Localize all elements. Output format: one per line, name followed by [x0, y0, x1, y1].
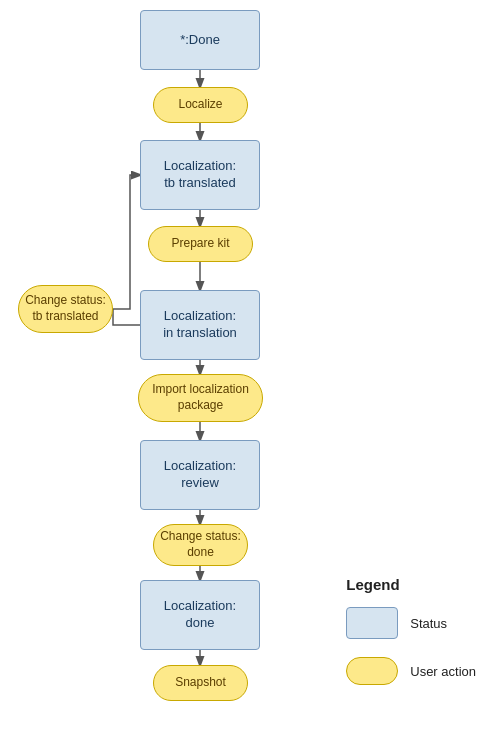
legend-title: Legend [346, 576, 476, 593]
change-status-done-action: Change status: done [153, 524, 248, 566]
legend-oval-shape [346, 657, 398, 685]
review-state: Localization: review [140, 440, 260, 510]
done-state: *:Done [140, 10, 260, 70]
prepare-kit-action: Prepare kit [148, 226, 253, 262]
legend-state-box [346, 607, 398, 639]
legend-user-action-label: User action [410, 664, 476, 679]
snapshot-action: Snapshot [153, 665, 248, 701]
diagram-container: *:Done Localize Localization: tb transla… [0, 0, 500, 743]
tb-translated-state: Localization: tb translated [140, 140, 260, 210]
legend-status-label: Status [410, 616, 447, 631]
legend: Legend Status User action [346, 576, 476, 703]
done-loc-state: Localization: done [140, 580, 260, 650]
import-action: Import localization package [138, 374, 263, 422]
in-translation-state: Localization: in translation [140, 290, 260, 360]
legend-status-item: Status [346, 607, 476, 639]
localize-action: Localize [153, 87, 248, 123]
legend-user-action-item: User action [346, 657, 476, 685]
change-status-tb-action: Change status: tb translated [18, 285, 113, 333]
